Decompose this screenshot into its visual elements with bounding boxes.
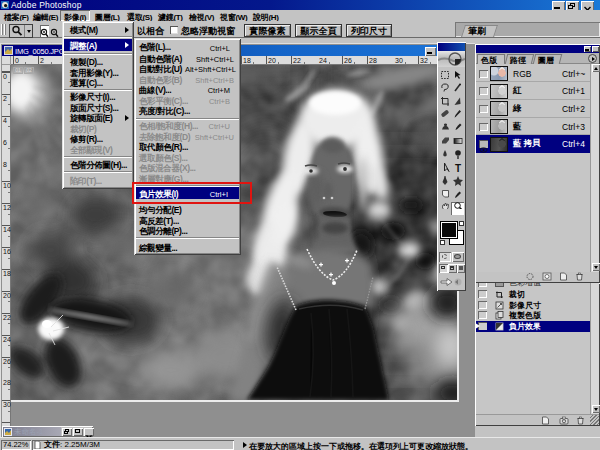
svg-text:T: T	[455, 163, 461, 174]
